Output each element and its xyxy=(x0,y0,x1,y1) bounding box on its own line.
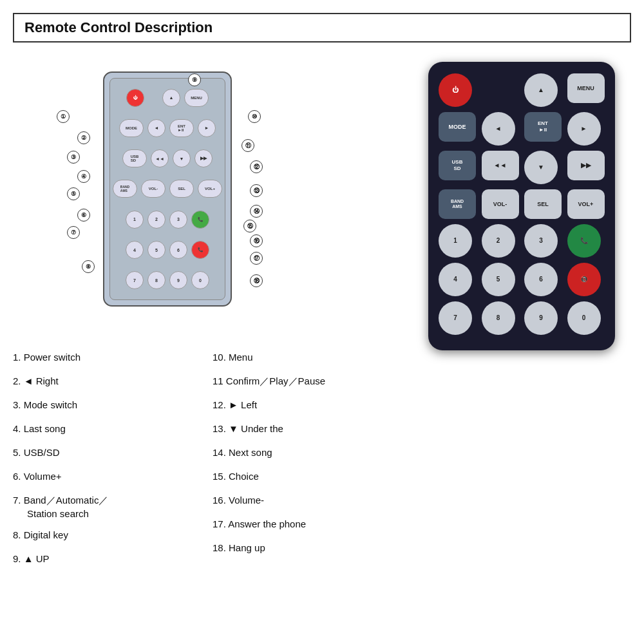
sch-rew-btn: ◄◄ xyxy=(151,149,169,167)
usb-sd-button[interactable]: USBSD xyxy=(439,151,476,180)
vol-minus-button[interactable]: VOL- xyxy=(482,189,519,219)
sel-button[interactable]: SEL xyxy=(524,189,562,219)
key-0-button[interactable]: 0 xyxy=(567,301,601,335)
key-3-button[interactable]: 3 xyxy=(524,224,558,258)
remote-row-7: 7 8 9 0 xyxy=(439,301,605,335)
desc-item-11: 11 Confirm／Play／Pause xyxy=(213,369,399,393)
up-button[interactable]: ▲ xyxy=(524,73,558,107)
sch-volp-btn: VOL+ xyxy=(198,180,222,198)
desc-item-17: 17. Answer the phone xyxy=(213,512,399,536)
desc-item-8: 8. Digital key xyxy=(13,523,200,547)
ent-button[interactable]: ENT►II xyxy=(524,112,562,142)
fast-forward-button[interactable]: ▶▶ xyxy=(567,151,605,180)
sch-row-2: MODE ◄ ENT►II ► xyxy=(119,119,216,137)
sch-right-btn: ► xyxy=(198,119,216,137)
menu-button[interactable]: MENU xyxy=(567,73,605,103)
desc-item-4: 4. Last song xyxy=(13,417,200,440)
sch-row-3: USBSD ◄◄ ▼ ▶▶ xyxy=(122,149,213,167)
band-ams-button[interactable]: BANDAMS xyxy=(439,189,476,219)
sch-red-call-btn: 📞 xyxy=(191,241,209,259)
callout-7: ⑦ xyxy=(67,226,80,239)
callout-13: ⑬ xyxy=(250,184,263,197)
key-2-button[interactable]: 2 xyxy=(482,224,515,258)
mode-button[interactable]: MODE xyxy=(439,112,476,142)
callout-18: ⑱ xyxy=(250,274,263,287)
callout-12: ⑫ xyxy=(250,160,263,173)
remote-row-2: MODE ◄ ENT►II ► xyxy=(439,112,605,146)
sch-ent-btn: ENT►II xyxy=(169,119,194,137)
sch-green-call-btn: 📞 xyxy=(191,211,209,229)
sch-0-btn: 0 xyxy=(191,271,209,289)
desc-item-3: 3. Mode switch xyxy=(13,393,200,417)
remote-body: ⏻ ▲ MENU MODE ◄ ENT►II ► USBSD ◄◄ ▼ xyxy=(428,62,615,350)
sch-row-1: ⏻ ▲ MENU xyxy=(126,89,209,107)
main-container: Remote Control Description ⏻ ▲ MENU xyxy=(0,0,644,644)
sch-row-6: 4 5 6 📞 xyxy=(126,241,209,259)
callout-1: ① xyxy=(57,110,70,123)
key-5-button[interactable]: 5 xyxy=(482,263,515,296)
content-row: ⏻ ▲ MENU MODE ◄ ENT►II ► xyxy=(13,55,631,631)
sch-2-btn: 2 xyxy=(147,211,166,229)
callout-17: ⑰ xyxy=(250,252,263,265)
remote-row-4: BANDAMS VOL- SEL VOL+ xyxy=(439,189,605,219)
callout-9: ⑨ xyxy=(188,73,201,86)
desc-item-16: 16. Volume- xyxy=(213,488,399,512)
key-6-button[interactable]: 6 xyxy=(524,263,558,296)
key-1-button[interactable]: 1 xyxy=(439,224,472,258)
sch-row-4: BANDAMS VOL- SEL VOL+ xyxy=(113,180,222,198)
diagram-area: ⏻ ▲ MENU MODE ◄ ENT►II ► xyxy=(13,55,322,332)
desc-item-15: 15. Choice xyxy=(213,464,399,488)
desc-item-18: 18. Hang up xyxy=(213,536,399,560)
sch-usb-btn: USBSD xyxy=(122,149,147,167)
sch-up-btn: ▲ xyxy=(162,89,180,107)
sch-row-5: 1 2 3 📞 xyxy=(126,211,209,229)
sch-5-btn: 5 xyxy=(147,241,166,259)
key-8-button[interactable]: 8 xyxy=(482,301,515,335)
sch-volm-btn: VOL- xyxy=(141,180,166,198)
right-button[interactable]: ► xyxy=(567,112,601,146)
power-button[interactable]: ⏻ xyxy=(439,73,472,107)
callout-10: ⑩ xyxy=(248,110,261,123)
down-button[interactable]: ▼ xyxy=(524,151,558,184)
key-4-button[interactable]: 4 xyxy=(439,263,472,296)
remote-row-3: USBSD ◄◄ ▼ ▶▶ xyxy=(439,151,605,184)
remote-row-1: ⏻ ▲ MENU xyxy=(439,73,605,107)
desc-item-10: 10. Menu xyxy=(213,345,399,369)
sch-menu-btn: MENU xyxy=(184,89,209,107)
key-9-button[interactable]: 9 xyxy=(524,301,558,335)
callout-4: ④ xyxy=(77,170,90,183)
sch-9-btn: 9 xyxy=(169,271,187,289)
sch-7-btn: 7 xyxy=(126,271,144,289)
desc-item-14: 14. Next song xyxy=(213,440,399,464)
hangup-button[interactable]: 📵 xyxy=(567,263,601,296)
desc-item-12: 12. ► Left xyxy=(213,393,399,417)
key-7-button[interactable]: 7 xyxy=(439,301,472,335)
desc-item-6: 6. Volume+ xyxy=(13,464,200,488)
page-title: Remote Control Description xyxy=(13,13,631,43)
sch-band-btn: BANDAMS xyxy=(113,180,137,198)
description-section: 1. Power switch 2. ◄ Right 3. Mode switc… xyxy=(13,345,399,571)
rewind-button[interactable]: ◄◄ xyxy=(482,151,519,180)
sch-row-7: 7 8 9 0 xyxy=(126,271,209,289)
sch-4-btn: 4 xyxy=(126,241,144,259)
right-panel: ⏻ ▲ MENU MODE ◄ ENT►II ► USBSD ◄◄ ▼ xyxy=(412,55,631,631)
vol-plus-button[interactable]: VOL+ xyxy=(567,189,605,219)
remote-row-6: 4 5 6 📵 xyxy=(439,263,605,296)
desc-item-1: 1. Power switch xyxy=(13,345,200,369)
sch-ff-btn: ▶▶ xyxy=(194,149,213,167)
answer-button[interactable]: 📞 xyxy=(567,224,601,258)
callout-2: ② xyxy=(77,131,90,144)
left-panel: ⏻ ▲ MENU MODE ◄ ENT►II ► xyxy=(13,55,399,631)
callout-15: ⑮ xyxy=(243,220,256,232)
sch-3-btn: 3 xyxy=(169,211,187,229)
schematic-remote: ⏻ ▲ MENU MODE ◄ ENT►II ► xyxy=(103,71,232,307)
sch-left-btn: ◄ xyxy=(147,119,166,137)
sch-sel-btn: SEL xyxy=(169,180,194,198)
desc-item-9: 9. ▲ UP xyxy=(13,547,200,571)
sch-mode-btn: MODE xyxy=(119,119,144,137)
left-button[interactable]: ◄ xyxy=(482,112,515,146)
schematic-inner: ⏻ ▲ MENU MODE ◄ ENT►II ► xyxy=(109,78,225,300)
callout-11: ⑪ xyxy=(242,139,254,152)
remote-row-5: 1 2 3 📞 xyxy=(439,224,605,258)
sch-down-btn: ▼ xyxy=(173,149,191,167)
